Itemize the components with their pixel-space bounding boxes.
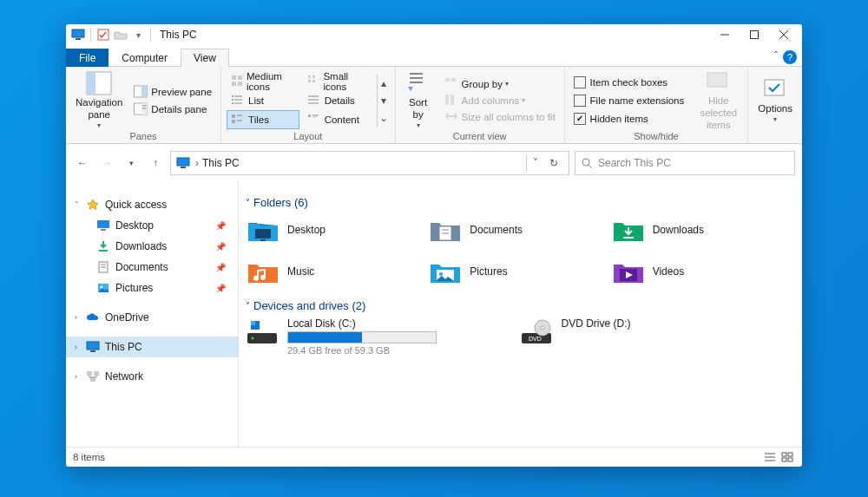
svg-rect-34 [232, 120, 235, 123]
preview-pane-button[interactable]: Preview pane [130, 84, 215, 100]
address-crumb[interactable]: This PC [202, 157, 240, 169]
pin-icon[interactable]: 📌 [215, 284, 226, 293]
item-check-boxes-toggle[interactable]: Item check boxes [570, 75, 688, 90]
content-area[interactable]: ˅ Folders (6) Desktop Documents Download… [239, 182, 802, 447]
folder-tile-desktop[interactable]: Desktop [246, 214, 428, 245]
chevron-right-icon[interactable]: › [75, 343, 85, 351]
document-icon [95, 260, 111, 274]
nav-documents[interactable]: Documents 📌 [66, 257, 238, 278]
layout-content[interactable]: Content [303, 110, 375, 129]
tab-computer[interactable]: Computer [108, 49, 181, 67]
address-bar[interactable]: › This PC ˅ ↻ [170, 151, 569, 175]
qat-dropdown-icon[interactable]: ▾ [131, 28, 145, 42]
hdd-icon [246, 317, 280, 349]
pin-icon[interactable]: 📌 [215, 242, 226, 252]
chevron-down-icon[interactable]: ˅ [75, 200, 85, 209]
svg-rect-44 [445, 95, 449, 105]
drive-usage-bar [287, 331, 437, 343]
details-pane-button[interactable]: Details pane [130, 101, 215, 117]
group-header-drives[interactable]: ˅ Devices and drives (2) [246, 299, 793, 312]
monitor-icon [85, 340, 101, 354]
search-input[interactable]: Search This PC [575, 151, 795, 175]
help-icon[interactable]: ? [783, 50, 797, 64]
minimize-button[interactable] [710, 24, 740, 45]
back-button[interactable]: ← [73, 154, 92, 173]
pin-icon[interactable]: 📌 [215, 263, 226, 272]
layout-small-icons[interactable]: Small icons [303, 72, 375, 91]
layout-medium-icons[interactable]: Medium icons [227, 72, 299, 91]
navigation-pane-button[interactable]: Navigation pane ▾ [71, 71, 127, 129]
svg-point-28 [232, 102, 233, 104]
folder-tile-music[interactable]: Music [246, 256, 428, 287]
layout-scroll-down[interactable]: ▾ [377, 92, 390, 109]
folder-tile-documents[interactable]: Documents [428, 214, 610, 245]
hidden-items-toggle[interactable]: ✔Hidden items [570, 111, 688, 127]
drive-free-text: 29.4 GB free of 59.3 GB [287, 345, 437, 356]
refresh-button[interactable]: ↻ [544, 157, 563, 169]
ribbon-collapse-icon[interactable]: ˆ [774, 50, 778, 62]
folder-tile-videos[interactable]: Videos [611, 256, 793, 287]
hide-selected-button: Hide selected items [694, 69, 742, 131]
up-button[interactable]: ↑ [146, 154, 165, 173]
chevron-right-icon[interactable]: › [75, 313, 85, 322]
address-dropdown-button[interactable]: ˅ [527, 157, 544, 169]
svg-point-59 [101, 286, 103, 289]
drive-tile-d[interactable]: DVD DVD Drive (D:) [520, 317, 794, 356]
close-button[interactable] [769, 24, 799, 45]
pin-icon[interactable]: 📌 [215, 221, 226, 231]
chevron-right-icon[interactable]: › [195, 157, 199, 169]
nav-network[interactable]: › Network [66, 366, 238, 387]
layout-expand[interactable]: ⌄ [377, 109, 390, 127]
chevron-down-icon: ˅ [246, 301, 250, 311]
network-icon [85, 369, 101, 383]
nav-quick-access[interactable]: ˅ Quick access [66, 194, 238, 215]
svg-rect-19 [308, 75, 311, 78]
nav-onedrive[interactable]: › OneDrive [66, 307, 238, 328]
nav-desktop[interactable]: Desktop 📌 [66, 215, 238, 236]
tab-view[interactable]: View [181, 49, 229, 67]
svg-rect-47 [765, 80, 784, 95]
svg-point-26 [232, 95, 233, 97]
maximize-button[interactable] [740, 24, 769, 45]
status-bar: 8 items [66, 447, 802, 467]
svg-rect-20 [312, 75, 315, 78]
svg-point-50 [582, 159, 589, 166]
svg-line-51 [589, 165, 592, 168]
nav-pictures[interactable]: Pictures 📌 [66, 278, 238, 298]
svg-rect-22 [312, 80, 315, 82]
recent-locations-button[interactable]: ▾ [122, 154, 141, 173]
group-header-folders[interactable]: ˅ Folders (6) [246, 196, 793, 209]
options-button[interactable]: Options ▾ [753, 77, 797, 123]
layout-scroll-up[interactable]: ▴ [377, 75, 390, 92]
checkbox-qat-icon[interactable] [96, 28, 110, 42]
monitor-icon [176, 157, 190, 169]
layout-tiles[interactable]: Tiles [227, 110, 299, 129]
nav-downloads[interactable]: Downloads 📌 [66, 236, 238, 257]
svg-rect-10 [141, 86, 148, 97]
sort-by-button[interactable]: Sort by ▾ [401, 71, 436, 129]
nav-this-pc[interactable]: › This PC [66, 337, 238, 357]
group-by-button[interactable]: Group by▾ [441, 76, 559, 92]
downloads-folder-icon [611, 214, 646, 245]
svg-rect-4 [751, 31, 759, 39]
tab-file[interactable]: File [66, 49, 108, 67]
folder-tile-pictures[interactable]: Pictures [428, 256, 610, 287]
layout-list[interactable]: List [227, 91, 299, 110]
cloud-icon [85, 311, 101, 324]
folder-qat-icon[interactable] [114, 28, 128, 42]
drive-tile-c[interactable]: Local Disk (C:) 29.4 GB free of 59.3 GB [246, 317, 520, 356]
svg-text:DVD: DVD [529, 336, 542, 342]
search-icon [581, 157, 593, 169]
file-name-extensions-toggle[interactable]: File name extensions [570, 93, 688, 108]
chevron-right-icon[interactable]: › [75, 372, 85, 381]
ribbon-group-current-view: Sort by ▾ Group by▾ Add columns▾ Size al… [396, 67, 565, 143]
svg-point-72 [439, 272, 443, 276]
layout-details[interactable]: Details [303, 91, 375, 110]
large-icons-view-icon[interactable] [779, 450, 795, 464]
folder-tile-downloads[interactable]: Downloads [611, 214, 793, 245]
svg-rect-49 [181, 167, 186, 168]
svg-rect-64 [90, 377, 95, 382]
titlebar[interactable]: ▾ This PC [66, 24, 802, 45]
details-view-icon[interactable] [762, 450, 778, 464]
svg-rect-42 [445, 78, 450, 82]
